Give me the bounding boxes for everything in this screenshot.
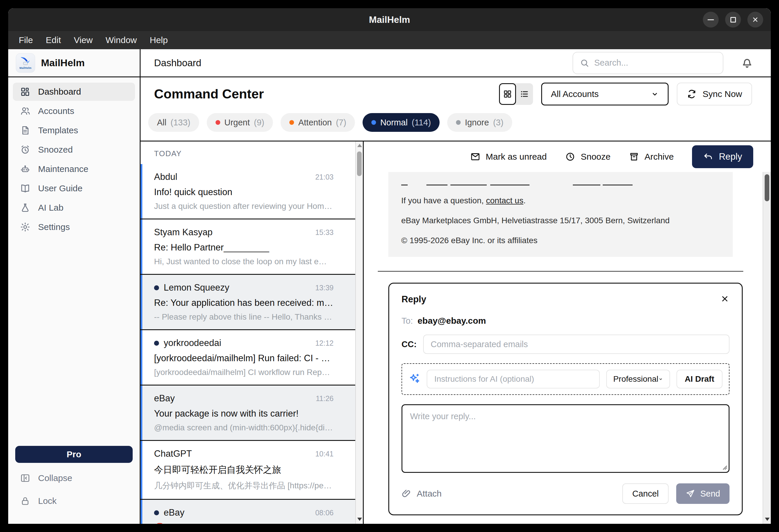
maximize-button[interactable] (725, 12, 741, 27)
ai-instructions-input[interactable] (427, 370, 600, 389)
refresh-icon (687, 89, 697, 99)
archive-button[interactable]: Archive (629, 152, 674, 162)
app-window: MailHelm File Edit View Window Help (8, 8, 771, 524)
email-list-item[interactable]: ChatGPT10:41 今日即可轻松开启自我关怀之旅 几分钟内即可生成、优化并… (140, 440, 363, 499)
email-list-item[interactable]: yorkroodeedai12:12 [yorkroodeedai/mailhe… (140, 329, 363, 385)
send-button[interactable]: Send (676, 483, 729, 504)
ai-draft-label: AI Draft (685, 374, 714, 384)
list-view-button[interactable] (516, 83, 533, 105)
tone-select[interactable]: Professional (606, 370, 670, 389)
close-compose-button[interactable] (720, 294, 729, 305)
cancel-button[interactable]: Cancel (622, 483, 669, 504)
sidebar-item-snoozed[interactable]: Snoozed (13, 140, 135, 159)
minimize-button[interactable] (703, 12, 719, 27)
notifications-button[interactable] (740, 56, 754, 70)
scroll-down-arrow[interactable] (765, 518, 770, 521)
unread-dot (154, 510, 159, 515)
sidebar-item-ai-lab[interactable]: AI Lab (13, 199, 135, 217)
email-time: 08:06 (315, 509, 334, 517)
sidebar-item-label: Templates (38, 125, 78, 135)
sidebar-item-dashboard[interactable]: Dashboard (13, 82, 135, 101)
search-box[interactable] (573, 52, 723, 74)
filter-pill-attention[interactable]: Attention (7) (281, 113, 355, 132)
scroll-down-arrow[interactable] (357, 518, 362, 521)
menu-window[interactable]: Window (106, 35, 137, 45)
email-time: 10:41 (315, 450, 334, 458)
scroll-up-arrow[interactable] (357, 144, 362, 147)
search-input[interactable] (594, 58, 716, 68)
section-title: Command Center (154, 86, 264, 102)
account-filter-select[interactable]: All Accounts (541, 82, 669, 106)
lock-button[interactable]: Lock (13, 492, 135, 510)
email-list-item[interactable]: Lemon Squeezy13:39 Re: Your application … (140, 274, 363, 329)
pro-label: Pro (66, 450, 81, 459)
cc-label: CC: (402, 340, 417, 349)
scrollbar-thumb[interactable] (765, 174, 769, 201)
menu-view[interactable]: View (74, 35, 93, 45)
filter-pill-urgent[interactable]: Urgent (9) (207, 113, 273, 132)
collapse-button[interactable]: Collapse (13, 469, 135, 487)
filter-pill-normal[interactable]: Normal (114) (363, 113, 439, 132)
question-prefix: If you have a question, (401, 196, 486, 205)
clipped-link-underline (490, 181, 530, 185)
sidebar-bottom: Pro Collapse Lock (8, 442, 140, 524)
filter-pill-ignore[interactable]: Ignore (3) (447, 113, 512, 132)
filter-count: (114) (412, 118, 431, 127)
reply-button-label: Reply (719, 152, 742, 162)
email-list-item[interactable]: Abdul21:03 Info! quick question Just a q… (140, 164, 363, 219)
menu-help[interactable]: Help (149, 35, 168, 45)
email-sender: eBay (164, 508, 184, 518)
email-list-item[interactable]: eBay08:06 🚨 Your fave finds are slipping… (140, 499, 363, 524)
reading-pane-scrollbar[interactable] (763, 172, 771, 524)
desktop-frame: MailHelm File Edit View Window Help (0, 0, 779, 532)
sync-now-button[interactable]: Sync Now (677, 82, 752, 106)
email-list-item[interactable]: eBay11:26 Your package is now with its c… (140, 385, 363, 440)
sparkles-icon-wrap (409, 373, 420, 386)
filter-count: (7) (336, 118, 346, 127)
grid-view-button[interactable] (499, 83, 516, 105)
ai-assist-row: Professional AI Draft (402, 363, 729, 395)
view-toggle (499, 83, 533, 105)
mark-as-unread-button[interactable]: Mark as unread (470, 152, 547, 162)
clipped-link-underline (573, 181, 600, 185)
menu-edit[interactable]: Edit (46, 35, 61, 45)
cc-input[interactable] (423, 335, 729, 354)
clipped-link-underline (426, 181, 447, 185)
reply-button[interactable]: Reply (692, 145, 753, 168)
attach-label: Attach (417, 489, 442, 498)
email-list-scrollbar[interactable] (355, 141, 363, 524)
sidebar-item-label: Maintenance (38, 164, 88, 174)
email-list: TODAY Abdul21:03 Info! quick question Ju… (140, 141, 364, 524)
sidebar-item-label: User Guide (38, 183, 82, 193)
command-controls: All Accounts Sync Now (499, 82, 752, 106)
close-icon (752, 16, 759, 23)
close-button[interactable] (747, 12, 763, 27)
snooze-button[interactable]: Snooze (565, 152, 611, 162)
sidebar-item-maintenance[interactable]: Maintenance (13, 160, 135, 178)
reply-body-textarea[interactable] (402, 404, 729, 473)
bird-logo-icon (20, 57, 31, 66)
open-book-icon (20, 183, 31, 194)
contact-us-link[interactable]: contact us (486, 196, 524, 205)
filter-row: All (133) Urgent (9) Attention (7) Norma… (140, 111, 771, 141)
robot-icon (20, 164, 31, 174)
dashboard-grid-icon (20, 86, 31, 97)
filter-pill-all[interactable]: All (133) (148, 113, 199, 132)
pro-button[interactable]: Pro (15, 446, 133, 463)
sidebar-item-templates[interactable]: Templates (13, 121, 135, 139)
close-icon (720, 294, 729, 303)
sidebar-item-accounts[interactable]: Accounts (13, 102, 135, 120)
snooze-label: Snooze (581, 152, 611, 162)
ai-draft-button[interactable]: AI Draft (676, 370, 722, 389)
menu-file[interactable]: File (19, 35, 33, 45)
alarm-clock-icon (20, 144, 31, 155)
sidebar-item-user-guide[interactable]: User Guide (13, 179, 135, 197)
scrollbar-thumb[interactable] (357, 152, 362, 176)
sidebar-item-settings[interactable]: Settings (13, 218, 135, 236)
filter-count: (3) (493, 118, 503, 127)
email-subject: Info! quick question (154, 187, 334, 197)
resize-grip[interactable] (721, 464, 727, 470)
attach-button[interactable]: Attach (402, 489, 442, 498)
email-list-item[interactable]: Styam Kasyap15:33 Re: Hello Partner_____… (140, 219, 363, 274)
filter-label: Attention (298, 118, 332, 127)
